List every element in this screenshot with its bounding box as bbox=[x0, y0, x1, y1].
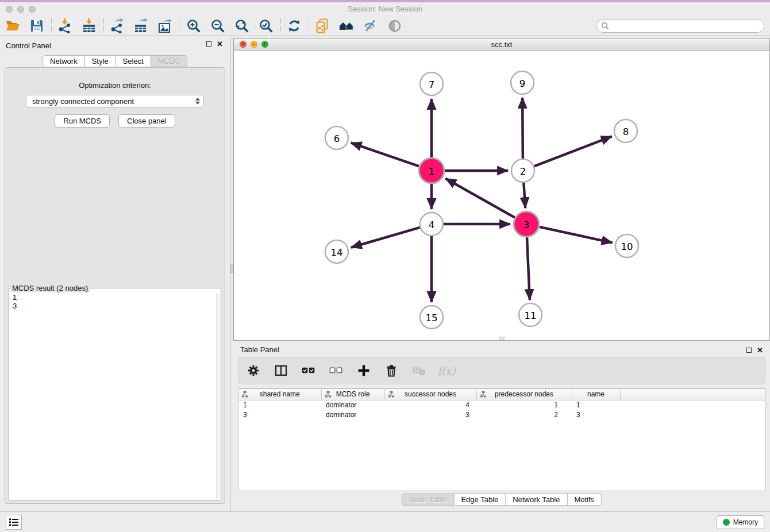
node-label: 1 bbox=[429, 166, 435, 177]
export-network-icon[interactable] bbox=[110, 18, 125, 33]
export-image-icon[interactable] bbox=[158, 18, 173, 33]
tab-select[interactable]: Select bbox=[116, 55, 151, 67]
column-header-filler bbox=[620, 389, 765, 400]
graph-node-9[interactable]: 9 bbox=[511, 71, 534, 94]
zoom-selected-icon[interactable] bbox=[259, 18, 274, 33]
hide-graphics-details-icon[interactable] bbox=[363, 18, 378, 33]
memory-button[interactable]: Memory bbox=[717, 515, 764, 529]
canvas-resize-handle[interactable] bbox=[499, 337, 505, 340]
import-table-icon[interactable] bbox=[82, 18, 97, 33]
network-window-title: scc.txt bbox=[234, 40, 769, 49]
tab-edge-table[interactable]: Edge Table bbox=[454, 494, 506, 506]
graph-edge-3-11[interactable] bbox=[527, 237, 530, 300]
graph-edge-2-8[interactable] bbox=[534, 136, 612, 166]
node-table[interactable]: shared nameMCDS rolesuccessor nodesprede… bbox=[238, 388, 765, 491]
unselect-all-columns-icon[interactable] bbox=[329, 364, 343, 377]
graph-node-3[interactable]: 3 bbox=[514, 211, 539, 237]
column-header-successor-nodes[interactable]: successor nodes bbox=[384, 389, 476, 400]
table-panel: Table Panel ✕ bbox=[233, 342, 770, 511]
mcds-result-values: 1 3 bbox=[10, 292, 215, 499]
network-graph: 7968124314101511 bbox=[234, 51, 769, 340]
graph-node-8[interactable]: 8 bbox=[614, 119, 637, 142]
graph-edge-3-10[interactable] bbox=[539, 227, 612, 243]
graph-node-7[interactable]: 7 bbox=[420, 72, 443, 95]
mcds-result-box[interactable]: MCDS result (2 nodes) 1 3 bbox=[9, 284, 221, 500]
network-canvas[interactable]: 7968124314101511 bbox=[234, 51, 769, 340]
table-cell[interactable]: 3 bbox=[572, 410, 620, 419]
tab-style[interactable]: Style bbox=[85, 55, 116, 67]
graph-node-4[interactable]: 4 bbox=[420, 213, 443, 236]
import-network-icon[interactable] bbox=[57, 18, 72, 33]
float-panel-icon[interactable] bbox=[206, 41, 211, 47]
column-label: name bbox=[587, 390, 605, 398]
graph-node-10[interactable]: 10 bbox=[615, 234, 638, 257]
close-table-panel-icon[interactable]: ✕ bbox=[757, 347, 763, 353]
refresh-layout-icon[interactable] bbox=[287, 18, 302, 33]
table-cell[interactable]: 1 bbox=[572, 400, 620, 410]
search-box[interactable] bbox=[596, 19, 764, 33]
graph-edge-2-9[interactable] bbox=[522, 98, 523, 159]
table-row[interactable]: 3dominator323 bbox=[238, 410, 765, 419]
column-label: shared name bbox=[260, 390, 300, 398]
table-cell[interactable]: dominator bbox=[321, 410, 384, 419]
tab-network[interactable]: Network bbox=[43, 55, 85, 67]
task-history-button[interactable] bbox=[6, 515, 22, 530]
result-scrollbar[interactable] bbox=[216, 293, 220, 499]
graph-node-11[interactable]: 11 bbox=[519, 303, 542, 326]
open-session-icon[interactable] bbox=[5, 18, 20, 33]
graph-node-15[interactable]: 15 bbox=[420, 306, 443, 329]
table-cell[interactable]: 3 bbox=[384, 410, 476, 419]
column-header-predecessor-nodes[interactable]: predecessor nodes bbox=[476, 389, 572, 400]
table-cell[interactable]: 3 bbox=[238, 410, 321, 419]
open-network-file-icon[interactable] bbox=[315, 18, 330, 33]
zoom-in-icon[interactable] bbox=[186, 18, 201, 33]
run-mcds-button[interactable]: Run MCDS bbox=[55, 114, 110, 128]
graph-node-1[interactable]: 1 bbox=[419, 158, 444, 183]
zoom-fit-icon[interactable] bbox=[234, 18, 249, 33]
criterion-select[interactable]: strongly connected component bbox=[26, 95, 204, 107]
table-cell[interactable]: 2 bbox=[476, 410, 572, 419]
graph-node-2[interactable]: 2 bbox=[511, 159, 534, 182]
delete-row-trash-icon[interactable] bbox=[384, 364, 398, 377]
graph-edge-2-3[interactable] bbox=[523, 183, 525, 208]
table-toolbar: f(x) bbox=[238, 357, 765, 384]
tab-node-table[interactable]: Node Table bbox=[402, 494, 455, 506]
graph-node-14[interactable]: 14 bbox=[325, 240, 348, 263]
tab-mcds[interactable]: MCDS bbox=[151, 55, 187, 67]
table-cell-filler bbox=[620, 400, 765, 410]
list-icon bbox=[9, 518, 19, 527]
node-label: 2 bbox=[520, 166, 526, 177]
graph-edge-1-6[interactable] bbox=[351, 142, 419, 166]
network-window-titlebar[interactable]: × − + scc.txt bbox=[234, 38, 769, 51]
close-panel-icon[interactable]: ✕ bbox=[217, 41, 223, 47]
table-cell[interactable]: 1 bbox=[238, 400, 321, 410]
control-panel: Control Panel ✕ NetworkStyleSelectMCDS O… bbox=[0, 36, 230, 511]
tab-network-table[interactable]: Network Table bbox=[506, 494, 567, 506]
select-all-columns-icon[interactable] bbox=[302, 364, 315, 377]
float-table-panel-icon[interactable] bbox=[746, 348, 752, 353]
column-label: MCDS role bbox=[336, 390, 370, 398]
graph-edge-3-1[interactable] bbox=[445, 179, 515, 218]
show-graphics-details-icon[interactable] bbox=[387, 18, 402, 33]
search-input[interactable] bbox=[612, 22, 764, 30]
tab-motifs[interactable]: Motifs bbox=[567, 494, 602, 506]
table-row[interactable]: 1dominator411 bbox=[238, 400, 765, 410]
graph-node-6[interactable]: 6 bbox=[325, 126, 348, 149]
graph-edge-4-14[interactable] bbox=[351, 228, 420, 248]
export-table-icon[interactable] bbox=[134, 18, 149, 33]
show-column-panel-icon[interactable] bbox=[274, 364, 288, 377]
network-view-window: × − + scc.txt 7968124314101511 bbox=[233, 38, 770, 341]
node-label: 11 bbox=[525, 310, 537, 321]
column-header-shared-name[interactable]: shared name bbox=[238, 389, 321, 400]
table-options-gear-icon[interactable] bbox=[247, 364, 260, 377]
add-row-icon[interactable] bbox=[357, 364, 371, 377]
table-cell[interactable]: dominator bbox=[321, 400, 384, 410]
close-panel-button[interactable]: Close panel bbox=[118, 114, 175, 128]
save-session-icon[interactable] bbox=[29, 18, 44, 33]
table-cell[interactable]: 1 bbox=[476, 400, 572, 410]
table-cell[interactable]: 4 bbox=[384, 400, 476, 410]
show-all-networks-icon[interactable] bbox=[339, 18, 354, 33]
column-header-name[interactable]: name bbox=[572, 389, 620, 400]
zoom-out-icon[interactable] bbox=[210, 18, 225, 33]
column-header-MCDS-role[interactable]: MCDS role bbox=[321, 389, 384, 400]
